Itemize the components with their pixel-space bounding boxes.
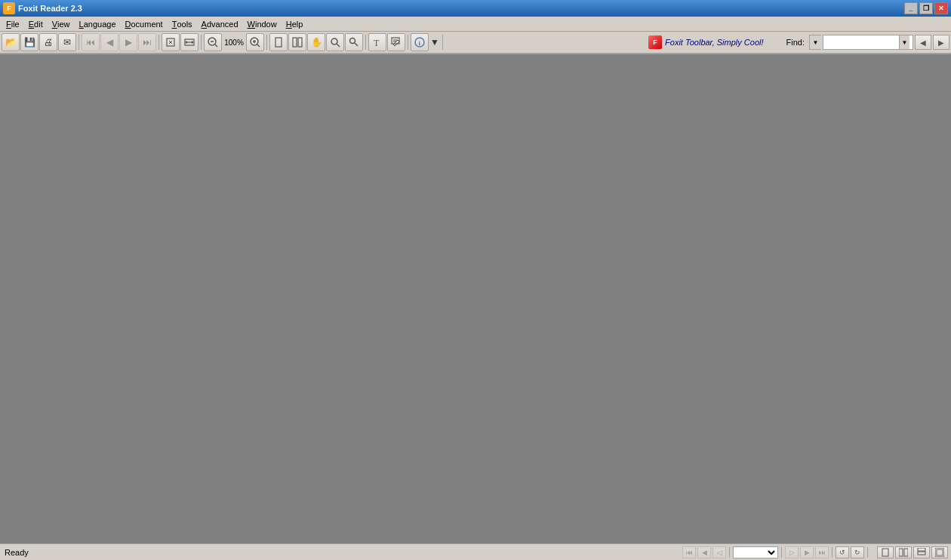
sb-sep4 [867,547,868,558]
sep5 [365,35,366,50]
info-dropdown[interactable]: ▼ [429,33,440,51]
save-button[interactable]: 💾 [20,33,38,51]
sep3 [201,35,202,50]
window-controls: _ ❐ ✕ [904,2,948,14]
title-bar: F Foxit Reader 2.3 _ ❐ ✕ [0,0,951,17]
svg-line-18 [337,44,340,47]
find-label: Find: [786,38,805,47]
view-mode-group [877,546,948,558]
menu-view[interactable]: View [48,17,75,31]
sb-next-button[interactable]: ▶ [800,546,814,558]
status-text: Ready [0,548,91,557]
menu-advanced[interactable]: Advanced [197,17,243,31]
svg-line-13 [257,45,260,47]
find-dropdown-button[interactable]: ▼ [899,35,909,49]
sep7 [442,35,443,50]
next-page-button[interactable]: ▶ [119,33,137,51]
svg-rect-15 [293,38,297,47]
svg-rect-29 [899,549,903,556]
restore-button[interactable]: ❐ [919,2,933,14]
svg-rect-31 [918,548,925,551]
svg-point-17 [331,38,337,45]
sb-sep1 [729,547,730,558]
sb-prev-button[interactable]: ◀ [697,546,711,558]
sb-rotate-cw-button[interactable]: ↻ [851,546,864,558]
last-page-button[interactable]: ⏭ [138,33,156,51]
find-input-wrapper: ▼ [823,35,913,50]
foxit-ad-icon: F [648,35,662,49]
sb-continuous-view-button[interactable] [913,546,930,558]
foxit-ad-text[interactable]: Foxit Toolbar, Simply Cool! [665,38,763,47]
menu-language[interactable]: Language [75,17,121,31]
zoom-out-button[interactable] [204,33,222,51]
menu-window[interactable]: Window [243,17,282,31]
svg-rect-16 [298,38,302,47]
sb-play-button[interactable]: ▷ [785,546,799,558]
first-page-button[interactable]: ⏮ [82,33,100,51]
sb-rotate-ccw-button[interactable]: ↺ [836,546,849,558]
sb-first-button[interactable]: ⏮ [682,546,696,558]
minimize-button[interactable]: _ [904,2,918,14]
svg-text:i: i [419,39,421,47]
foxit-ad-area: F Foxit Toolbar, Simply Cool! [648,35,766,49]
svg-rect-34 [937,549,943,555]
facing-pages-button[interactable] [288,33,306,51]
svg-line-20 [355,43,358,46]
menu-tools[interactable]: Tools [168,17,197,31]
menu-help[interactable]: Help [282,17,308,31]
find-next-button[interactable]: ▶ [933,35,949,50]
app-title: Foxit Reader 2.3 [18,4,904,13]
close-button[interactable]: ✕ [934,2,948,14]
magnify-button[interactable] [326,33,344,51]
toolbar: 📂 💾 🖨 ✉ ⏮ ◀ ▶ ⏭ 100% ✋ [0,32,951,54]
sep6 [408,35,408,50]
print-button[interactable]: 🖨 [39,33,57,51]
info-button[interactable]: i [411,33,429,51]
menu-edit[interactable]: Edit [24,17,48,31]
svg-rect-28 [882,549,888,556]
svg-marker-25 [393,40,399,46]
open-button[interactable]: 📂 [2,33,20,51]
sep1 [78,35,79,50]
prev-page-button[interactable]: ◀ [100,33,118,51]
svg-point-19 [350,38,355,44]
page-select[interactable] [733,546,778,558]
sb-single-view-button[interactable] [877,546,894,558]
svg-rect-14 [275,38,282,47]
zoom-level: 100% [223,38,245,47]
sep4 [266,35,267,50]
app-icon: F [3,2,15,14]
sb-sep3 [832,547,833,558]
sb-play-back-button[interactable]: ◁ [712,546,726,558]
hand-tool-button[interactable]: ✋ [307,33,325,51]
sb-last-button[interactable]: ⏭ [815,546,829,558]
sep2 [158,35,159,50]
svg-rect-32 [918,552,925,555]
sb-facing-view-button[interactable] [895,546,912,558]
status-nav: ⏮ ◀ ◁ ▷ ▶ ⏭ ↺ ↻ [679,546,951,558]
menu-bar: File Edit View Language Document Tools A… [0,17,951,32]
annotation-button[interactable] [387,33,405,51]
single-page-button[interactable] [269,33,288,51]
svg-text:T: T [374,38,380,48]
sb-sep2 [781,547,782,558]
find-prev-button[interactable]: ◀ [915,35,931,50]
find-area: Find: ▼ ▼ ◀ ▶ [786,35,949,50]
status-bar: Ready ⏮ ◀ ◁ ▷ ▶ ⏭ ↺ ↻ [0,543,951,560]
svg-line-9 [215,45,217,47]
main-content [0,54,951,543]
find-input[interactable] [823,35,899,49]
email-button[interactable]: ✉ [58,33,76,51]
fit-page-button[interactable] [162,33,180,51]
svg-rect-30 [904,549,908,556]
menu-file[interactable]: File [2,17,24,31]
menu-document[interactable]: Document [121,17,168,31]
zoom-in-button[interactable] [246,33,264,51]
search-button[interactable] [345,33,363,51]
fit-width-button[interactable] [180,33,199,51]
text-select-button[interactable]: T [368,33,386,51]
sb-fullscreen-view-button[interactable] [931,546,948,558]
